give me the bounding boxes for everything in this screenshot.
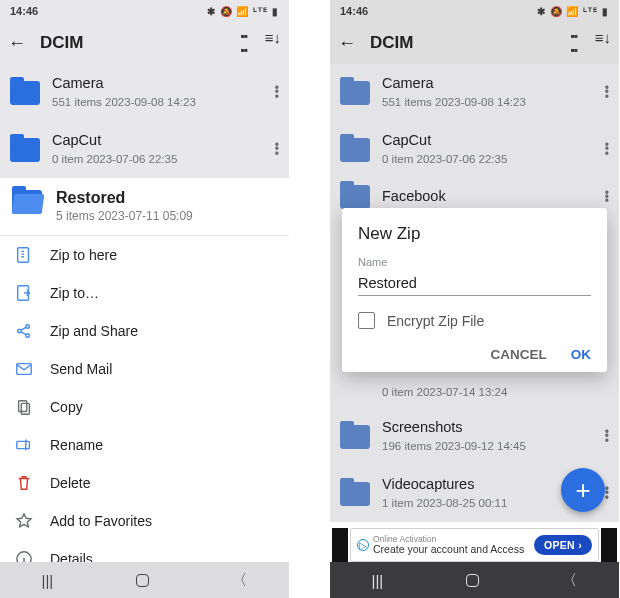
svg-rect-7 [21,403,29,414]
kebab-icon[interactable]: ••• [275,86,279,99]
folder-icon [340,185,370,209]
recents-nav-icon[interactable]: ||| [372,572,384,589]
back-icon[interactable]: ← [8,33,26,54]
menu-label: Zip to here [50,247,117,263]
grid-view-icon[interactable]: ▪▪▪▪ [240,29,247,57]
folder-meta: 0 item 2023-07-06 22:35 [52,152,263,167]
zip-name-input[interactable] [358,272,591,296]
nav-bar: ||| 〈 [0,562,289,598]
kebab-icon[interactable]: ••• [605,191,609,204]
folder-row[interactable]: Screenshots 196 items 2023-09-12 14:45 •… [330,408,619,465]
ad-banner[interactable]: ▷ Online Activation Create your account … [350,528,599,562]
folder-icon [10,81,40,105]
folder-meta: 196 items 2023-09-12 14:45 [382,439,593,454]
grid-view-icon[interactable]: ▪▪▪▪ [570,29,577,57]
field-label: Name [358,256,591,268]
statusbar: 14:46 ✱ 🔕 📶 ᴸᵀᴱ ▮ [0,0,289,22]
home-nav-icon[interactable] [136,574,149,587]
back-nav-icon[interactable]: 〈 [232,571,247,590]
fab-add[interactable]: + [561,468,605,512]
back-icon[interactable]: ← [338,33,356,54]
delete-icon [14,473,34,493]
ok-button[interactable]: OK [571,347,591,362]
new-zip-dialog: New Zip Name Encrypt Zip File CANCEL OK [342,208,607,372]
folder-meta: 1 item 2023-08-25 00:11 [382,496,593,511]
folder-icon [10,138,40,162]
svg-rect-0 [18,248,29,262]
kebab-icon[interactable]: ••• [275,143,279,156]
folder-icon [340,425,370,449]
back-nav-icon[interactable]: 〈 [562,571,577,590]
menu-send-mail[interactable]: Send Mail [0,350,289,388]
menu-label: Add to Favorites [50,513,152,529]
folder-row[interactable]: CapCut 0 item 2023-07-06 22:35 ••• [330,121,619,178]
nav-bar: ||| 〈 [330,562,619,598]
page-title: DCIM [370,33,556,53]
menu-zip-share[interactable]: Zip and Share [0,312,289,350]
ad-edge [601,528,617,562]
kebab-icon[interactable]: ••• [605,143,609,156]
checkbox-icon[interactable] [358,312,375,329]
statusbar: 14:46 ✱ 🔕 📶 ᴸᵀᴱ ▮ [330,0,619,22]
folder-meta: 551 items 2023-09-08 14:23 [52,95,263,110]
sort-icon[interactable]: ≡↓ [595,29,611,57]
selected-folder-name: Restored [56,188,279,207]
menu-zip-here[interactable]: Zip to here [0,236,289,274]
selected-folder: Restored 5 items 2023-07-11 05:09 [0,178,289,236]
menu-delete[interactable]: Delete [0,464,289,502]
folder-row-camera[interactable]: Camera 551 items 2023-09-08 14:23 ••• [0,64,289,121]
status-icons: ✱ 🔕 📶 ᴸᵀᴱ ▮ [537,6,609,17]
zip-to-icon [14,283,34,303]
folder-meta: 0 item 2023-07-14 13:24 [382,385,609,400]
zip-here-icon [14,245,34,265]
sort-icon[interactable]: ≡↓ [265,29,281,57]
home-nav-icon[interactable] [466,574,479,587]
recents-nav-icon[interactable]: ||| [42,572,54,589]
folder-name: Facebook [382,188,593,205]
menu-rename[interactable]: Rename [0,426,289,464]
context-menu: Zip to here Zip to… Zip and Share Send M… [0,236,289,578]
folder-meta: 551 items 2023-09-08 14:23 [382,95,593,110]
menu-favorite[interactable]: Add to Favorites [0,502,289,540]
menu-label: Copy [50,399,83,415]
menu-copy[interactable]: Copy [0,388,289,426]
mail-icon [14,359,34,379]
folder-icon [12,190,42,214]
menu-label: Delete [50,475,90,491]
folder-name: Camera [382,75,593,92]
menu-label: Zip and Share [50,323,138,339]
folder-row[interactable]: 0 item 2023-07-14 13:24 [330,374,619,408]
kebab-icon[interactable]: ••• [605,487,609,500]
checkbox-label: Encrypt Zip File [387,313,484,329]
page-title: DCIM [40,33,226,53]
folder-row[interactable]: Camera 551 items 2023-09-08 14:23 ••• [330,64,619,121]
menu-zip-to[interactable]: Zip to… [0,274,289,312]
status-time: 14:46 [340,5,368,17]
app-bar: ← DCIM ▪▪▪▪ ≡↓ [330,22,619,64]
folder-name: CapCut [382,132,593,149]
dialog-title: New Zip [358,224,591,244]
zip-share-icon [14,321,34,341]
status-time: 14:46 [10,5,38,17]
encrypt-checkbox-row[interactable]: Encrypt Zip File [358,312,591,329]
svg-rect-6 [19,400,27,411]
selected-folder-meta: 5 items 2023-07-11 05:09 [56,209,279,225]
svg-point-3 [26,324,30,328]
menu-label: Send Mail [50,361,112,377]
ad-choice-icon[interactable]: ▷ [357,539,369,551]
folder-name: CapCut [52,132,263,149]
star-icon [14,511,34,531]
ad-edge [332,528,348,562]
ad-text: Create your account and Access [373,544,534,556]
kebab-icon[interactable]: ••• [605,86,609,99]
folder-icon [340,81,370,105]
folder-row-capcut[interactable]: CapCut 0 item 2023-07-06 22:35 ••• [0,121,289,178]
app-bar: ← DCIM ▪▪▪▪ ≡↓ [0,22,289,64]
kebab-icon[interactable]: ••• [605,430,609,443]
rename-icon [14,435,34,455]
right-phone: 14:46 ✱ 🔕 📶 ᴸᵀᴱ ▮ ← DCIM ▪▪▪▪ ≡↓ Camera … [330,0,620,598]
cancel-button[interactable]: CANCEL [491,347,547,362]
menu-label: Rename [50,437,103,453]
ad-open-button[interactable]: OPEN › [534,535,592,555]
folder-meta: 0 item 2023-07-06 22:35 [382,152,593,167]
